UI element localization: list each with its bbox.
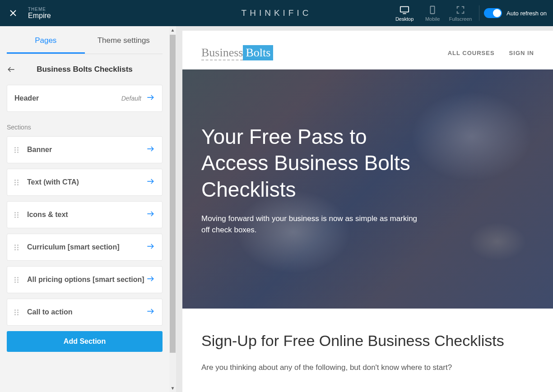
device-fullscreen[interactable]: Fullscreen	[446, 0, 474, 26]
scroll-down-icon[interactable]: ▼	[169, 384, 177, 392]
sidebar-tabs: Pages Theme settings	[7, 26, 163, 54]
arrow-right-icon	[146, 242, 155, 253]
arrow-right-icon	[146, 93, 155, 104]
brand-logo: THINKIFIC	[242, 8, 312, 18]
device-fullscreen-label: Fullscreen	[449, 16, 472, 22]
tab-theme-settings[interactable]: Theme settings	[85, 26, 163, 54]
sidebar-scroll[interactable]: Pages Theme settings Business Bolts Chec…	[0, 26, 176, 392]
drag-handle-icon[interactable]	[14, 147, 21, 153]
theme-label: THEME	[28, 7, 51, 12]
section-label: All pricing options [smart section]	[27, 276, 146, 284]
sidebar: Pages Theme settings Business Bolts Chec…	[0, 26, 176, 392]
preview-pane: BusinessBolts ALL COURSES SIGN IN Your F…	[176, 26, 553, 392]
preview-content: BusinessBolts ALL COURSES SIGN IN Your F…	[182, 31, 553, 392]
section-label: Curriculum [smart section]	[27, 243, 146, 251]
section-item-banner[interactable]: Banner	[7, 136, 163, 163]
theme-name: Empire	[28, 12, 51, 20]
arrow-left-icon	[7, 65, 16, 74]
section-item-pricing[interactable]: All pricing options [smart section]	[7, 266, 163, 293]
fullscreen-icon	[455, 5, 465, 15]
header-card-badge: Default	[121, 95, 141, 102]
topbar-divider	[479, 5, 479, 21]
logo-part1: Business	[201, 46, 243, 60]
page-header: Business Bolts Checklists	[7, 54, 163, 85]
site-nav: ALL COURSES SIGN IN	[448, 50, 534, 56]
auto-refresh-toggle[interactable]	[484, 8, 502, 18]
arrow-right-icon	[146, 274, 155, 285]
section-label: Icons & text	[27, 211, 146, 219]
site-header: BusinessBolts ALL COURSES SIGN IN	[182, 31, 553, 69]
auto-refresh-wrap: Auto refresh on	[484, 8, 553, 18]
section-item-icons-text[interactable]: Icons & text	[7, 201, 163, 228]
drag-handle-icon[interactable]	[14, 277, 21, 283]
tab-pages[interactable]: Pages	[7, 26, 85, 54]
svg-rect-4	[431, 6, 435, 14]
signup-section: Sign-Up for Free Online Business Checkli…	[182, 309, 553, 386]
sections-label: Sections	[7, 117, 163, 136]
signup-body: Are you thinking about any of the follow…	[201, 363, 534, 372]
header-card[interactable]: Header Default	[7, 85, 163, 112]
arrow-right-icon	[146, 177, 155, 188]
scroll-up-icon[interactable]: ▲	[169, 26, 177, 34]
desktop-icon	[400, 5, 409, 15]
arrow-right-icon	[146, 307, 155, 318]
drag-handle-icon[interactable]	[14, 212, 21, 218]
banner-subtext: Moving forward with your business is now…	[201, 213, 427, 235]
section-item-cta[interactable]: Call to action	[7, 299, 163, 326]
site-logo[interactable]: BusinessBolts	[201, 45, 273, 60]
back-button[interactable]	[7, 65, 20, 74]
nav-all-courses[interactable]: ALL COURSES	[448, 50, 495, 56]
banner-heading: Your Free Pass to Access Business Bolts …	[201, 124, 436, 203]
banner-section: Your Free Pass to Access Business Bolts …	[182, 69, 553, 309]
arrow-right-icon	[146, 144, 155, 155]
section-label: Call to action	[27, 308, 146, 316]
device-mobile-label: Mobile	[425, 16, 440, 22]
theme-info: THEME Empire	[26, 7, 51, 20]
device-desktop-label: Desktop	[395, 16, 414, 22]
section-label: Banner	[27, 146, 146, 154]
drag-handle-icon[interactable]	[14, 244, 21, 250]
device-mobile[interactable]: Mobile	[418, 0, 446, 26]
topbar-right: Desktop Mobile Fullscreen Auto refresh o…	[390, 0, 553, 26]
scrollbar[interactable]: ▲ ▼	[169, 26, 176, 392]
section-item-curriculum[interactable]: Curriculum [smart section]	[7, 234, 163, 261]
toggle-knob	[493, 9, 501, 17]
svg-rect-2	[400, 6, 409, 12]
main: Pages Theme settings Business Bolts Chec…	[0, 26, 553, 392]
drag-handle-icon[interactable]	[14, 180, 21, 185]
close-button[interactable]	[0, 9, 26, 17]
section-label: Text (with CTA)	[27, 178, 146, 186]
signup-heading: Sign-Up for Free Online Business Checkli…	[201, 332, 534, 350]
drag-handle-icon[interactable]	[14, 309, 21, 315]
top-bar: THEME Empire THINKIFIC Desktop Mobile Fu…	[0, 0, 553, 26]
logo-part2: Bolts	[243, 45, 273, 60]
mobile-icon	[428, 5, 437, 15]
nav-sign-in[interactable]: SIGN IN	[509, 50, 534, 56]
section-item-text-cta[interactable]: Text (with CTA)	[7, 169, 163, 196]
header-card-label: Header	[14, 94, 121, 102]
arrow-right-icon	[146, 209, 155, 220]
scrollbar-thumb[interactable]	[170, 35, 176, 353]
auto-refresh-label: Auto refresh on	[507, 10, 547, 17]
device-desktop[interactable]: Desktop	[390, 0, 418, 26]
add-section-button[interactable]: Add Section	[7, 331, 163, 352]
page-title: Business Bolts Checklists	[20, 65, 163, 74]
close-icon	[9, 9, 17, 17]
